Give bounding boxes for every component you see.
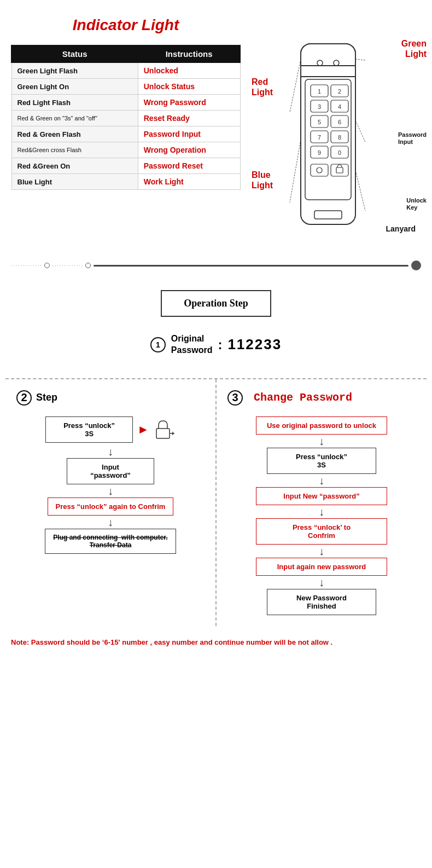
svg-line-34 [355,120,365,142]
orig-password-value: 112233 [227,336,282,353]
table-row-5-instruction: Wrong Operation [138,142,240,158]
table-row-0-status: Green Light Flash [11,62,138,79]
svg-text:5: 5 [318,119,321,125]
indicator-table: Status Instructions Green Light FlashUnl… [11,45,241,190]
step3-arrow2: ↓ [319,475,324,486]
indicator-title: Indicator Light [11,16,241,34]
step3-flow: Use original password to unlock ↓ Press … [227,416,416,615]
password-input-label: PasswordInput [398,131,427,146]
operation-section: Operation Step 1 OriginalPassword : 1122… [0,279,432,378]
svg-text:3: 3 [318,103,321,110]
table-header-instructions: Instructions [138,45,240,62]
step3-label: Change Password [247,391,352,404]
step2-arrow2: ↓ [108,485,113,496]
step2-arrow1: ↓ [108,446,113,457]
green-light-label: GreenLight [401,38,427,59]
note-section: Note: Password should be ‘6-15' number ,… [0,626,432,659]
step3-box-finished: New PasswordFinished [267,589,376,615]
indicator-left-panel: Indicator Light Status Instructions Gree… [11,16,241,190]
svg-line-31 [290,59,301,112]
step3-arrow4: ↓ [319,546,324,557]
svg-text:0: 0 [338,149,341,156]
orig-password-label: OriginalPassword [171,333,213,356]
step2-box-input: Input“password” [67,458,154,484]
svg-text:9: 9 [318,149,321,156]
svg-text:8: 8 [338,134,341,141]
svg-rect-30 [314,211,342,219]
table-row-7-instruction: Work Light [138,174,240,190]
table-row-4-status: Red & Green Flash [11,126,138,142]
svg-text:2: 2 [338,88,341,95]
svg-text:4: 4 [338,103,341,110]
note-text: Note: Password should be ‘6-15' number ,… [11,638,332,646]
step2-title: 2 Step [16,390,205,406]
blue-light-label: BlueLight [252,170,273,190]
svg-rect-26 [311,164,328,176]
svg-text:7: 7 [318,134,321,141]
table-row-3-instruction: Reset Ready [138,111,240,126]
step2-label: Step [36,392,57,403]
steps-inner: 2 Step Press “unlock”3S ► [5,379,427,626]
table-row-6-instruction: Password Reset [138,158,240,174]
unlock-key-label: UnlockKey [406,197,427,211]
step3-box-press-unlock: Press “unlock”3S [267,448,376,474]
operation-step-title: Operation Step [184,298,248,309]
operation-step-box: Operation Step [161,290,271,317]
table-row-4-instruction: Password Input [138,126,240,142]
step3-box-press-confirm: Press “unlock’ toConfrim [256,518,387,545]
table-row-5-status: Red&Green cross Flash [11,142,138,158]
step3-arrow3: ↓ [319,506,324,517]
dot-separator: · · · · · · · · · · · · · · · · · · · · … [0,257,432,274]
step3-title: 3 Change Password [227,390,416,406]
table-row-6-status: Red &Green On [11,158,138,174]
step2-box-press: Press “unlock”3S [45,416,133,443]
step2-arrow3: ↓ [108,517,113,528]
table-row-0-instruction: Unlocked [138,62,240,79]
table-row-2-status: Red Light Flash [11,95,138,111]
svg-text:1: 1 [318,88,321,95]
table-row-3-status: Red & Green on "3s" and "off" [11,111,138,126]
lock-icon [154,419,176,441]
indicator-section: Indicator Light Status Instructions Gree… [0,0,432,252]
table-row-1-instruction: Unlock Status [138,79,240,95]
svg-line-35 [355,170,365,211]
svg-rect-2 [301,66,355,77]
original-password-row: 1 OriginalPassword : 112233 [11,333,421,356]
indicator-right-panel: RedLight GreenLight BlueLight PasswordIn… [252,16,427,241]
table-row-1-status: Green Light On [11,79,138,95]
table-header-status: Status [11,45,138,62]
svg-rect-28 [331,164,348,176]
step3-box-use-original: Use original password to unlock [256,416,387,435]
svg-line-33 [290,140,301,202]
svg-text:6: 6 [338,119,341,125]
step2-column: 2 Step Press “unlock”3S ► [5,379,217,626]
table-row-2-instruction: Wrong Password [138,95,240,111]
table-row-7-status: Blue Light [11,174,138,190]
step3-column: 3 Change Password Use original password … [217,379,427,626]
step3-circle: 3 [227,390,243,406]
red-arrow-icon: ► [137,423,149,437]
red-light-label: RedLight [252,77,273,97]
step1-circle: 1 [150,337,166,352]
step2-box-confirm: Press “unlock” again to Confrim [48,497,174,516]
svg-line-32 [355,59,365,60]
lanyard-label: Lanyard [386,224,416,233]
svg-rect-36 [156,429,170,438]
step2-box-transfer: Plug and connecting with computer.Transf… [45,529,176,554]
colon: : [218,337,222,352]
step2-flow: Press “unlock”3S ► ↓ Input“password” ↓ [16,416,205,554]
step3-box-input-new: Input New “password” [256,487,387,505]
step3-arrow5: ↓ [319,577,324,588]
device-svg: 1 2 3 4 5 6 7 8 9 [284,33,372,241]
step3-box-input-again: Input again new password [256,558,387,576]
step2-circle: 2 [16,390,32,406]
step3-arrow1: ↓ [319,436,324,447]
steps-wrapper: 2 Step Press “unlock”3S ► [5,378,427,626]
device-diagram: RedLight GreenLight BlueLight PasswordIn… [252,22,427,241]
